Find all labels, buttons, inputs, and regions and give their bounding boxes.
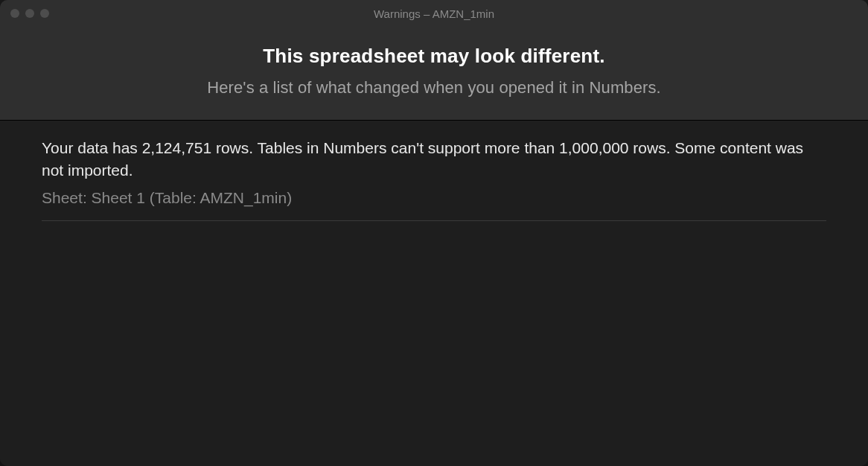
close-icon[interactable] xyxy=(10,9,19,18)
maximize-icon[interactable] xyxy=(40,9,49,18)
warning-item: Your data has 2,124,751 rows. Tables in … xyxy=(42,137,826,221)
warning-location: Sheet: Sheet 1 (Table: AMZN_1min) xyxy=(42,187,826,208)
minimize-icon[interactable] xyxy=(25,9,34,18)
traffic-lights xyxy=(0,9,49,18)
window-title: Warnings – AMZN_1min xyxy=(0,7,868,20)
warnings-list: Your data has 2,124,751 rows. Tables in … xyxy=(0,121,868,466)
warnings-window: Warnings – AMZN_1min This spreadsheet ma… xyxy=(0,0,868,466)
warning-message: Your data has 2,124,751 rows. Tables in … xyxy=(42,137,826,182)
titlebar: Warnings – AMZN_1min xyxy=(0,0,868,27)
header-title: This spreadsheet may look different. xyxy=(15,45,853,68)
header-section: This spreadsheet may look different. Her… xyxy=(0,27,868,121)
header-subtitle: Here's a list of what changed when you o… xyxy=(15,78,853,98)
